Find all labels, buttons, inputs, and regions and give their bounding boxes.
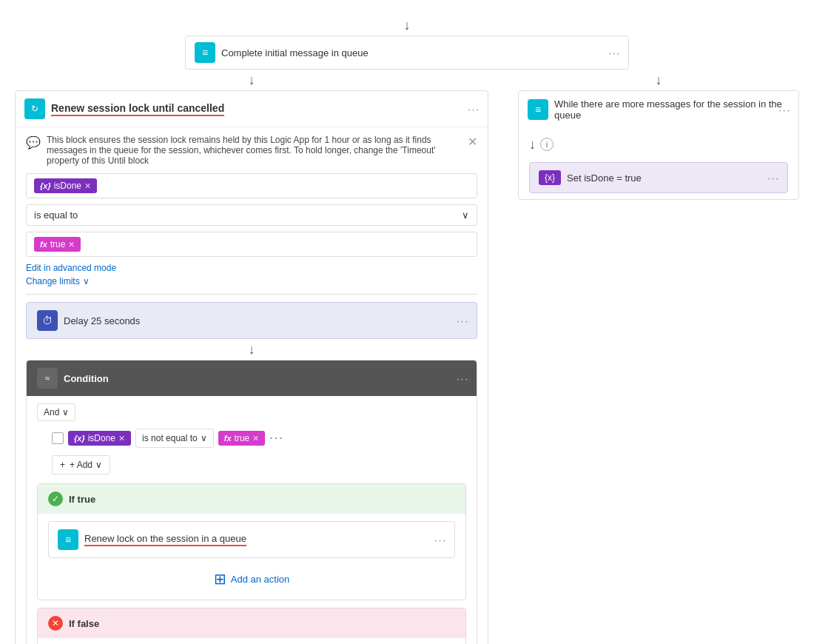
condition-checkbox[interactable]	[52, 432, 64, 444]
until-icon: ↻	[24, 98, 45, 119]
until-info-row: 💬 This block ensures the session lock re…	[26, 135, 477, 166]
right-branch: ≡ While there are more messages for the …	[518, 90, 799, 200]
flow-container: ↓ ≡ Complete initial message in queue ··…	[7, 7, 807, 644]
top-arrow: ↓	[404, 15, 411, 36]
left-branch: ↻ Renew session lock until cancelled ···…	[15, 90, 488, 644]
left-arrow-1: ↓	[249, 70, 255, 90]
delay-icon: ⏱	[37, 310, 58, 331]
condition-icon: ≈	[37, 368, 58, 389]
if-false-block: ✕ If false ⊞ Add an action	[37, 608, 466, 644]
if-false-body: ⊞ Add an action	[38, 638, 465, 644]
renew-card: ≡ Renew lock on the session in a queue ·…	[48, 521, 455, 558]
renew-title: Renew lock on the session in a queue	[84, 533, 246, 546]
if-false-label: If false	[69, 618, 99, 629]
until-divider	[26, 294, 477, 295]
until-isdone-remove[interactable]: ✕	[84, 181, 91, 191]
top-block-more[interactable]: ···	[608, 47, 621, 58]
queue-icon: ≡	[195, 42, 215, 63]
until-block: ↻ Renew session lock until cancelled ···…	[15, 90, 488, 644]
if-true-block: ✓ If true ≡ Renew lock on the session in…	[37, 483, 466, 600]
branches-container: ✓ If true ≡ Renew lock on the session in…	[37, 483, 466, 644]
if-false-header: ✕ If false	[38, 608, 465, 638]
chevron-down-icon: ∨	[462, 209, 469, 221]
right-title: While there are more messages for the se…	[554, 98, 790, 121]
cond-true-remove[interactable]: ✕	[252, 434, 259, 443]
delay-wrapper: ⏱ Delay 25 seconds ··· ↓	[26, 302, 477, 360]
add-chevron: ∨	[95, 460, 102, 470]
add-action-true-btn[interactable]: ⊞ Add an action	[48, 566, 455, 592]
delay-block: ⏱ Delay 25 seconds ···	[26, 302, 477, 339]
main-split: ↻ Renew session lock until cancelled ···…	[15, 90, 799, 644]
until-true-remove[interactable]: ✕	[68, 240, 75, 249]
condition-body: And ∨ {x} isDone ✕	[27, 396, 477, 644]
until-info-text: This block ensures the session lock rema…	[47, 135, 462, 166]
if-true-header: ✓ If true	[38, 484, 465, 514]
edit-advanced-link[interactable]: Edit in advanced mode	[26, 263, 477, 273]
right-more[interactable]: ···	[778, 104, 791, 115]
set-more[interactable]: ···	[767, 172, 780, 184]
comment-icon: 💬	[26, 135, 41, 150]
canvas: ↓ ≡ Complete initial message in queue ··…	[0, 0, 814, 644]
until-close-btn[interactable]: ✕	[468, 135, 477, 149]
condition-block: ≈ Condition ··· And ∨	[26, 360, 477, 644]
set-isdone-title: Set isDone = true	[567, 172, 642, 184]
cond-operator-dropdown[interactable]: is not equal to ∨	[135, 429, 214, 448]
cond-isdone-remove[interactable]: ✕	[118, 434, 125, 443]
plus-icon: +	[60, 460, 65, 470]
right-branch-top: ↓	[518, 70, 799, 90]
add-condition-btn[interactable]: + + Add ∨	[52, 455, 110, 474]
right-info-row: ↓ i	[529, 134, 788, 155]
renew-more[interactable]: ···	[434, 534, 447, 546]
split-container: ↓ ↓	[15, 70, 799, 90]
change-limits-chevron: ∨	[83, 276, 90, 286]
right-body: ↓ i {x} Set isDone = true ···	[519, 128, 798, 199]
cond-chevron: ∨	[201, 433, 207, 443]
until-tag-fx: {x}	[40, 181, 51, 190]
if-true-label: If true	[69, 494, 95, 505]
top-block-card: ≡ Complete initial message in queue ···	[185, 36, 629, 70]
renew-icon: ≡	[58, 529, 78, 550]
info-circle-icon[interactable]: i	[540, 138, 554, 151]
right-inner-arrow: ↓	[529, 134, 536, 155]
until-body: 💬 This block ensures the session lock re…	[16, 127, 488, 644]
delay-title: Delay 25 seconds	[64, 315, 140, 326]
top-block-title: Complete initial message in queue	[221, 47, 369, 58]
if-true-body: ≡ Renew lock on the session in a queue ·…	[38, 514, 465, 600]
until-title: Renew session lock until cancelled	[51, 102, 224, 116]
right-block: ≡ While there are more messages for the …	[518, 90, 799, 200]
delay-more[interactable]: ···	[457, 315, 469, 326]
top-block: ≡ Complete initial message in queue ···	[185, 36, 629, 70]
until-true-tag: fx true ✕	[34, 237, 81, 252]
cond-row-more[interactable]: ···	[269, 432, 283, 445]
cond-isdone-tag: {x} isDone ✕	[68, 431, 131, 446]
left-branch-top: ↓	[15, 70, 488, 90]
condition-header: ≈ Condition ···	[27, 360, 477, 396]
condition-title: Condition	[64, 373, 109, 384]
right-arrow-1: ↓	[656, 70, 662, 90]
set-isdone-card: {x} Set isDone = true ···	[529, 162, 788, 193]
until-tag-fx2: fx	[40, 240, 47, 249]
delay-arrow: ↓	[26, 339, 477, 360]
until-isdone-field: {x} isDone ✕	[26, 173, 477, 198]
cond-fx-icon: {x}	[74, 434, 85, 443]
change-limits-link[interactable]: Change limits ∨	[26, 276, 477, 286]
until-more[interactable]: ···	[468, 104, 480, 115]
condition-more[interactable]: ···	[457, 373, 469, 384]
set-icon-box: {x}	[539, 170, 561, 185]
true-icon: ✓	[48, 492, 63, 506]
false-icon: ✕	[48, 616, 63, 631]
cond-fx2-icon: fx	[224, 434, 232, 443]
right-icon: ≡	[528, 99, 548, 120]
condition-row: {x} isDone ✕ is not equal to ∨	[37, 429, 466, 448]
right-header: ≡ While there are more messages for the …	[519, 91, 798, 128]
add-action-true-icon: ⊞	[214, 570, 226, 588]
until-operator-dropdown[interactable]: is equal to ∨	[26, 204, 477, 226]
cond-true-tag: fx true ✕	[218, 431, 265, 446]
until-isdone-tag: {x} isDone ✕	[34, 178, 97, 193]
until-true-field: fx true ✕	[26, 232, 477, 257]
and-chevron: ∨	[62, 407, 69, 417]
and-dropdown[interactable]: And ∨	[37, 403, 75, 421]
until-header: ↻ Renew session lock until cancelled ···	[16, 91, 488, 127]
